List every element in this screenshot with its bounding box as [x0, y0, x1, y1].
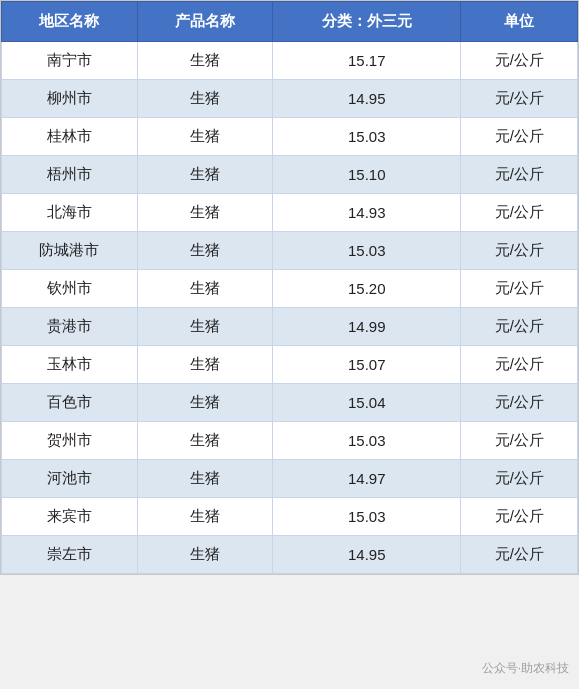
cell-region: 河池市 [2, 460, 138, 498]
cell-unit: 元/公斤 [461, 422, 578, 460]
cell-product: 生猪 [137, 118, 273, 156]
cell-price: 15.03 [273, 232, 461, 270]
table-row: 贺州市生猪15.03元/公斤 [2, 422, 578, 460]
watermark-text: 公众号·助农科技 [482, 660, 569, 677]
cell-product: 生猪 [137, 384, 273, 422]
cell-unit: 元/公斤 [461, 460, 578, 498]
cell-region: 北海市 [2, 194, 138, 232]
table-row: 桂林市生猪15.03元/公斤 [2, 118, 578, 156]
cell-region: 柳州市 [2, 80, 138, 118]
cell-price: 15.10 [273, 156, 461, 194]
cell-price: 14.97 [273, 460, 461, 498]
cell-region: 钦州市 [2, 270, 138, 308]
cell-price: 14.93 [273, 194, 461, 232]
cell-unit: 元/公斤 [461, 346, 578, 384]
cell-region: 崇左市 [2, 536, 138, 574]
price-table: 地区名称 产品名称 分类：外三元 单位 南宁市生猪15.17元/公斤柳州市生猪1… [1, 1, 578, 574]
table-header-row: 地区名称 产品名称 分类：外三元 单位 [2, 2, 578, 42]
cell-price: 14.95 [273, 80, 461, 118]
cell-unit: 元/公斤 [461, 308, 578, 346]
data-table-container: 地区名称 产品名称 分类：外三元 单位 南宁市生猪15.17元/公斤柳州市生猪1… [0, 0, 579, 575]
table-row: 南宁市生猪15.17元/公斤 [2, 42, 578, 80]
cell-region: 南宁市 [2, 42, 138, 80]
cell-region: 玉林市 [2, 346, 138, 384]
cell-price: 15.17 [273, 42, 461, 80]
table-row: 梧州市生猪15.10元/公斤 [2, 156, 578, 194]
table-row: 北海市生猪14.93元/公斤 [2, 194, 578, 232]
cell-product: 生猪 [137, 308, 273, 346]
table-body: 南宁市生猪15.17元/公斤柳州市生猪14.95元/公斤桂林市生猪15.03元/… [2, 42, 578, 574]
cell-price: 15.03 [273, 422, 461, 460]
cell-product: 生猪 [137, 460, 273, 498]
cell-unit: 元/公斤 [461, 42, 578, 80]
cell-region: 百色市 [2, 384, 138, 422]
cell-region: 贺州市 [2, 422, 138, 460]
cell-unit: 元/公斤 [461, 270, 578, 308]
cell-region: 来宾市 [2, 498, 138, 536]
table-row: 来宾市生猪15.03元/公斤 [2, 498, 578, 536]
cell-product: 生猪 [137, 270, 273, 308]
table-row: 河池市生猪14.97元/公斤 [2, 460, 578, 498]
table-row: 防城港市生猪15.03元/公斤 [2, 232, 578, 270]
cell-unit: 元/公斤 [461, 536, 578, 574]
cell-product: 生猪 [137, 42, 273, 80]
cell-product: 生猪 [137, 346, 273, 384]
table-row: 钦州市生猪15.20元/公斤 [2, 270, 578, 308]
header-product: 产品名称 [137, 2, 273, 42]
header-region: 地区名称 [2, 2, 138, 42]
table-row: 崇左市生猪14.95元/公斤 [2, 536, 578, 574]
cell-region: 梧州市 [2, 156, 138, 194]
cell-price: 14.99 [273, 308, 461, 346]
cell-product: 生猪 [137, 194, 273, 232]
cell-product: 生猪 [137, 536, 273, 574]
cell-price: 15.07 [273, 346, 461, 384]
table-row: 柳州市生猪14.95元/公斤 [2, 80, 578, 118]
cell-price: 14.95 [273, 536, 461, 574]
cell-product: 生猪 [137, 156, 273, 194]
cell-region: 贵港市 [2, 308, 138, 346]
cell-unit: 元/公斤 [461, 156, 578, 194]
cell-region: 防城港市 [2, 232, 138, 270]
cell-product: 生猪 [137, 498, 273, 536]
cell-price: 15.04 [273, 384, 461, 422]
cell-product: 生猪 [137, 422, 273, 460]
header-category: 分类：外三元 [273, 2, 461, 42]
cell-region: 桂林市 [2, 118, 138, 156]
cell-product: 生猪 [137, 232, 273, 270]
cell-unit: 元/公斤 [461, 232, 578, 270]
cell-unit: 元/公斤 [461, 384, 578, 422]
header-unit: 单位 [461, 2, 578, 42]
cell-unit: 元/公斤 [461, 118, 578, 156]
table-row: 百色市生猪15.04元/公斤 [2, 384, 578, 422]
cell-price: 15.20 [273, 270, 461, 308]
cell-price: 15.03 [273, 118, 461, 156]
cell-product: 生猪 [137, 80, 273, 118]
table-row: 玉林市生猪15.07元/公斤 [2, 346, 578, 384]
cell-unit: 元/公斤 [461, 80, 578, 118]
cell-unit: 元/公斤 [461, 194, 578, 232]
cell-price: 15.03 [273, 498, 461, 536]
table-row: 贵港市生猪14.99元/公斤 [2, 308, 578, 346]
cell-unit: 元/公斤 [461, 498, 578, 536]
